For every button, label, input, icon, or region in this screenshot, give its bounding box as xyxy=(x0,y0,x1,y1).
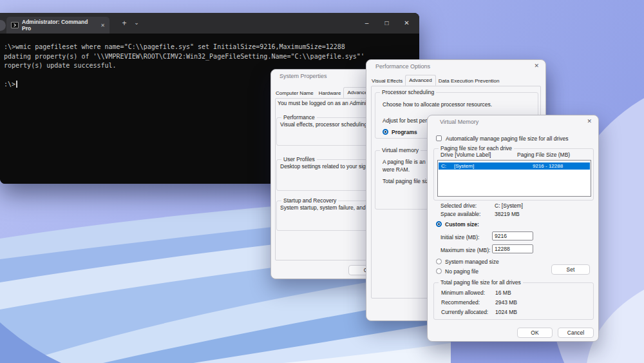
recommended-label: Recommended: xyxy=(441,299,480,306)
tab-hardware[interactable]: Hardware xyxy=(316,89,344,97)
terminal-titlebar[interactable]: Administrator: Command Pro ✕ + ⌄ – □ ✕ xyxy=(0,13,419,34)
tab-visual-effects[interactable]: Visual Effects xyxy=(369,77,405,85)
initial-size-label: Initial size (MB): xyxy=(440,234,479,240)
tab-dropdown-button[interactable]: ⌄ xyxy=(131,17,142,30)
ok-button[interactable]: OK xyxy=(517,328,553,338)
row-drive: C: xyxy=(441,163,446,169)
dialog-title: Performance Options xyxy=(375,63,430,70)
programs-radio[interactable] xyxy=(383,129,388,135)
custom-size-label: Custom size: xyxy=(445,221,479,228)
adjust-text: Adjust for best perfo xyxy=(383,117,431,124)
custom-size-radio[interactable] xyxy=(436,221,442,227)
drive-list[interactable]: C: [System] 9216 - 12288 xyxy=(437,160,591,197)
terminal-line: pdating property(s) of '\\VMPREVIEW\ROOT… xyxy=(4,52,419,62)
window-controls: – □ ✕ xyxy=(357,13,417,34)
space-available-value: 38219 MB xyxy=(495,211,520,217)
terminal-prompt: :\> xyxy=(4,81,15,88)
paging-file-group-label: Paging file size for each drive xyxy=(439,145,514,152)
set-button[interactable]: Set xyxy=(551,264,590,275)
dialog-title: Virtual Memory xyxy=(440,119,478,125)
maximum-size-label: Maximum size (MB): xyxy=(440,247,490,253)
auto-manage-label: Automatically manage paging file size fo… xyxy=(446,135,568,142)
user-profiles-group-label: User Profiles xyxy=(281,156,317,162)
processor-scheduling-label: Processor scheduling xyxy=(380,89,436,95)
dialog-title: System Properties xyxy=(279,73,327,79)
total-paging-group: Total paging file size for all drives Mi… xyxy=(433,282,594,320)
user-profiles-desc: Desktop settings related to your sign-in xyxy=(280,163,375,170)
paging-file-group: Paging file size for each drive Drive [V… xyxy=(433,148,594,201)
close-button[interactable]: ✕ xyxy=(397,13,417,34)
cmd-icon xyxy=(11,22,19,28)
auto-manage-checkbox[interactable] xyxy=(436,135,442,141)
close-icon[interactable]: ✕ xyxy=(534,63,539,69)
terminal-cursor xyxy=(16,81,17,88)
maximum-size-input[interactable] xyxy=(492,244,533,253)
column-header-size: Paging File Size (MB) xyxy=(517,152,570,158)
selected-drive-label: Selected drive: xyxy=(440,202,477,209)
minimize-button[interactable]: – xyxy=(357,13,377,34)
no-paging-label: No paging file xyxy=(445,268,478,275)
tab-computer-name[interactable]: Computer Name xyxy=(273,89,316,97)
new-tab-button[interactable]: + xyxy=(118,17,130,30)
startup-recovery-group-label: Startup and Recovery xyxy=(281,197,338,204)
performance-options-tabs: Visual Effects Advanced Data Execution P… xyxy=(369,74,502,85)
partial-window-icon xyxy=(0,20,6,31)
desktop: Administrator: Command Pro ✕ + ⌄ – □ ✕ :… xyxy=(0,0,644,363)
total-paging-group-label: Total paging file size for all drives xyxy=(439,279,523,286)
vm-desc-line1: A paging file is an a xyxy=(383,159,430,165)
tab-dep[interactable]: Data Execution Prevention xyxy=(436,77,502,85)
currently-allocated-label: Currently allocated: xyxy=(441,309,488,315)
virtual-memory-dialog: Virtual Memory ✕ Automatically manage pa… xyxy=(427,115,599,342)
virtual-memory-group-label: Virtual memory xyxy=(380,147,421,153)
recommended-value: 2943 MB xyxy=(495,299,517,306)
system-managed-radio[interactable] xyxy=(436,259,442,264)
terminal-tab-title: Administrator: Command Pro xyxy=(22,19,97,32)
column-header-drive: Drive [Volume Label] xyxy=(440,152,491,158)
terminal-line: :\>wmic pagefileset where name="C:\\page… xyxy=(4,43,419,52)
drive-list-row-selected[interactable]: C: [System] 9216 - 12288 xyxy=(439,162,590,170)
vm-desc-line2: were RAM. xyxy=(383,166,410,173)
initial-size-input[interactable] xyxy=(492,231,533,240)
processor-desc: Choose how to allocate processor resourc… xyxy=(383,101,492,108)
performance-group-label: Performance xyxy=(281,114,317,121)
currently-allocated-value: 1024 MB xyxy=(495,309,517,315)
minimum-allowed-value: 16 MB xyxy=(495,289,511,296)
maximize-button[interactable]: □ xyxy=(377,13,397,34)
terminal-tab[interactable]: Administrator: Command Pro ✕ xyxy=(6,17,109,34)
space-available-label: Space available: xyxy=(440,211,480,217)
system-managed-label: System managed size xyxy=(445,259,499,265)
minimum-allowed-label: Minimum allowed: xyxy=(441,289,485,296)
vm-desc-line3: Total paging file siz xyxy=(383,178,429,184)
selected-drive-value: C: [System] xyxy=(495,202,523,209)
row-volume: [System] xyxy=(454,163,474,169)
no-paging-radio[interactable] xyxy=(436,268,442,274)
tab-close-icon[interactable]: ✕ xyxy=(100,23,105,28)
row-size: 9216 - 12288 xyxy=(533,163,563,169)
programs-radio-label: Programs xyxy=(392,129,417,135)
cancel-button[interactable]: Cancel xyxy=(558,328,594,338)
close-icon[interactable]: ✕ xyxy=(587,118,592,124)
tab-advanced[interactable]: Advanced xyxy=(405,75,436,86)
